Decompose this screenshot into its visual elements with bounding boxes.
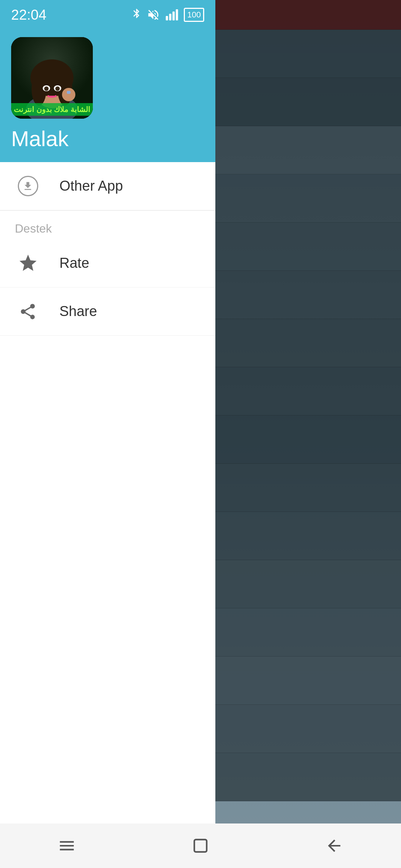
app-artwork: الشابة ملاك بدون انترنت: [11, 37, 93, 119]
svg-point-14: [44, 86, 49, 91]
square-icon: [191, 836, 210, 855]
app-icon-container: الشابة ملاك بدون انترنت: [11, 37, 93, 119]
share-icon: [15, 299, 41, 325]
section-destek-label: Destek: [0, 211, 215, 239]
svg-rect-0: [166, 16, 168, 20]
bluetooth-icon: [131, 7, 142, 22]
download-circle-icon: [18, 176, 38, 196]
menu-item-other-app[interactable]: Other App: [0, 162, 215, 210]
share-label: Share: [59, 303, 97, 319]
hamburger-icon: [56, 836, 78, 855]
star-icon: [15, 250, 41, 276]
status-time: 22:04: [11, 7, 46, 23]
svg-point-16: [62, 88, 75, 101]
app-arabic-text: الشابة ملاك بدون انترنت: [11, 103, 93, 116]
svg-rect-1: [169, 14, 172, 20]
back-icon: [325, 836, 343, 855]
rate-label: Rate: [59, 255, 89, 271]
signal-icon: [164, 8, 179, 22]
svg-point-15: [55, 86, 60, 91]
other-app-label: Other App: [59, 178, 123, 194]
mute-icon: [147, 8, 160, 22]
nav-menu-button[interactable]: [45, 831, 89, 861]
drawer-shadow: [215, 0, 401, 868]
menu-item-rate[interactable]: Rate: [0, 239, 215, 287]
svg-rect-19: [194, 839, 206, 852]
status-icons: 100: [131, 7, 204, 22]
navigation-drawer: 22:04 100: [0, 0, 215, 868]
bottom-navigation: [0, 823, 401, 868]
drawer-menu-content: Other App Destek Rate Share: [0, 162, 215, 868]
nav-back-button[interactable]: [312, 831, 356, 861]
svg-rect-2: [173, 11, 175, 20]
battery-indicator: 100: [184, 8, 204, 22]
svg-rect-3: [176, 9, 178, 20]
drawer-header: الشابة ملاك بدون انترنت Malak: [0, 30, 215, 162]
nav-home-button[interactable]: [178, 831, 223, 861]
battery-level: 100: [187, 10, 201, 19]
app-title: Malak: [11, 126, 204, 151]
menu-item-share[interactable]: Share: [0, 287, 215, 336]
download-icon: [15, 173, 41, 199]
status-bar: 22:04 100: [0, 0, 215, 30]
svg-rect-17: [67, 91, 71, 94]
